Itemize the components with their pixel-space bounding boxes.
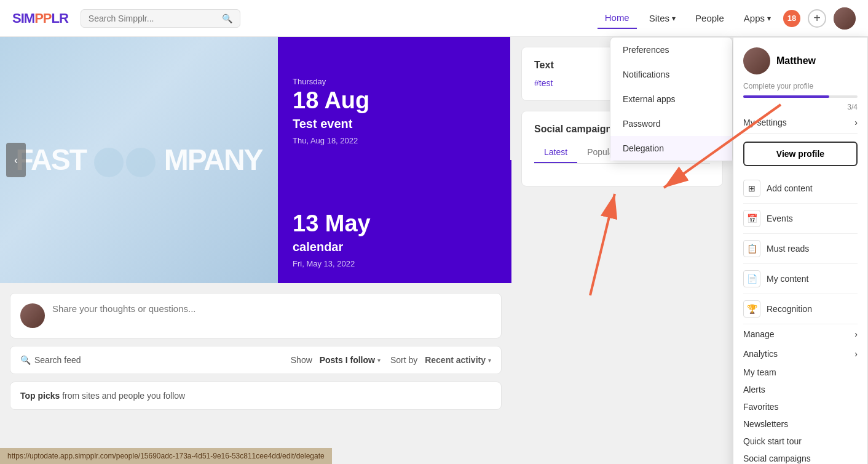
view-profile-button[interactable]: View profile xyxy=(743,142,858,166)
analytics-chevron-icon: › xyxy=(854,349,858,359)
show-label: Show xyxy=(291,355,312,365)
status-bar: https://uptodate.app.simpplr.com/people/… xyxy=(0,448,332,464)
social-campaigns-link[interactable]: Social campaigns xyxy=(743,450,858,464)
must-reads-icon: 📋 xyxy=(743,240,760,257)
feed-search[interactable]: 🔍 Search feed xyxy=(20,355,81,365)
nav-people[interactable]: People xyxy=(688,8,732,28)
profile-header: Matthew xyxy=(743,47,858,74)
profile-progress-fill xyxy=(743,95,829,98)
search-icon: 🔍 xyxy=(222,14,232,23)
status-url: https://uptodate.app.simpplr.com/people/… xyxy=(7,452,325,460)
search-feed-icon: 🔍 xyxy=(20,355,31,365)
fast-company-background: FAST MPANY xyxy=(0,37,278,283)
post-avatar xyxy=(20,303,45,328)
nav-sites[interactable]: Sites ▾ xyxy=(642,8,683,28)
add-button[interactable]: + xyxy=(808,9,826,28)
sites-chevron-icon: ▾ xyxy=(672,14,676,23)
notification-badge[interactable]: 18 xyxy=(783,10,800,27)
action-my-content[interactable]: 📄 My content xyxy=(743,264,858,294)
nav-apps[interactable]: Apps ▾ xyxy=(736,8,778,28)
search-input[interactable] xyxy=(89,14,222,23)
carousel-prev-button[interactable]: ‹ xyxy=(6,143,26,177)
event-2-date: 13 May xyxy=(293,212,497,235)
manage-link[interactable]: Manage › xyxy=(743,324,858,344)
content-carousel: FAST MPANY ‹ Fast Company | Business New… xyxy=(0,37,511,283)
post-box xyxy=(10,293,502,338)
profile-progress-label: 3/4 xyxy=(743,103,858,111)
event-1-name: Test event xyxy=(293,117,495,131)
quick-start-tour-link[interactable]: Quick start tour xyxy=(743,433,858,450)
event-2-time: Fri, May 13, 2022 xyxy=(293,259,497,268)
nav-home[interactable]: Home xyxy=(598,7,637,29)
my-settings-link[interactable]: My settings › xyxy=(743,111,858,134)
event-1-day: Thursday xyxy=(293,77,495,86)
carousel-events: Thursday 18 Aug Test event Thu, Aug 18, … xyxy=(278,37,511,283)
show-dropdown-icon: ▾ xyxy=(377,357,381,364)
feed-controls: 🔍 Search feed Show Posts I follow ▾ Sort… xyxy=(10,346,502,374)
manage-chevron-icon: › xyxy=(854,329,858,339)
profile-progress-bar xyxy=(743,95,858,98)
my-content-icon: 📄 xyxy=(743,270,760,287)
events-icon: 📅 xyxy=(743,210,760,227)
logo-text: SIMPPLR xyxy=(12,10,68,26)
feed-show-control[interactable]: Show Posts I follow ▾ xyxy=(291,355,381,365)
menu-notifications[interactable]: Notifications xyxy=(610,62,732,87)
profile-actions: ⊞ Add content 📅 Events 📋 Must reads 📄 My… xyxy=(743,174,858,324)
menu-delegation[interactable]: Delegation xyxy=(610,136,732,161)
event-1-time: Thu, Aug 18, 2022 xyxy=(293,136,495,145)
top-picks-rest: from sites and people you follow xyxy=(62,391,185,401)
sort-value: Recent activity xyxy=(425,355,486,365)
newsletters-link[interactable]: Newsletters xyxy=(743,415,858,433)
feed-sort-control[interactable]: Sort by Recent activity ▾ xyxy=(390,355,491,365)
top-picks-bold: Top picks xyxy=(20,391,60,401)
recognition-icon: 🏆 xyxy=(743,300,760,318)
analytics-link[interactable]: Analytics › xyxy=(743,344,858,364)
action-add-content[interactable]: ⊞ Add content xyxy=(743,174,858,204)
sort-label: Sort by xyxy=(390,355,417,365)
avatar-image xyxy=(834,7,856,30)
event-2-name: calendar xyxy=(293,240,497,254)
event-1-date: 18 Aug xyxy=(293,89,495,112)
profile-avatar xyxy=(743,47,770,74)
top-picks-banner: Top picks from sites and people you foll… xyxy=(10,382,502,410)
show-value: Posts I follow xyxy=(320,355,375,365)
action-must-reads[interactable]: 📋 Must reads xyxy=(743,234,858,264)
menu-preferences[interactable]: Preferences xyxy=(610,38,732,62)
menu-password[interactable]: Password xyxy=(610,111,732,136)
profile-subtitle: Complete your profile xyxy=(743,82,858,90)
add-content-icon: ⊞ xyxy=(743,180,760,197)
menu-external-apps[interactable]: External apps xyxy=(610,87,732,111)
main-content: FAST MPANY ‹ Fast Company | Business New… xyxy=(0,37,511,464)
search-bar[interactable]: 🔍 xyxy=(81,9,240,28)
carousel-main-card: FAST MPANY ‹ Fast Company | Business New… xyxy=(0,37,278,283)
event-card-2[interactable]: 13 May calendar Fri, May 13, 2022 xyxy=(278,160,511,283)
tab-latest[interactable]: Latest xyxy=(534,142,577,163)
below-carousel: 🔍 Search feed Show Posts I follow ▾ Sort… xyxy=(0,283,511,420)
profile-name: Matthew xyxy=(776,55,816,66)
nav-actions: 18 + xyxy=(783,7,856,30)
apps-dropdown-menu: Preferences Notifications External apps … xyxy=(610,37,733,161)
apps-chevron-icon: ▾ xyxy=(767,14,771,23)
fast-company-logo: FAST MPANY xyxy=(3,130,274,189)
my-team-link[interactable]: My team xyxy=(743,364,858,381)
event-card-1[interactable]: Thursday 18 Aug Test event Thu, Aug 18, … xyxy=(278,37,511,160)
post-input[interactable] xyxy=(52,303,491,314)
action-recognition[interactable]: 🏆 Recognition xyxy=(743,294,858,324)
favorites-link[interactable]: Favorites xyxy=(743,398,858,415)
app-logo[interactable]: SIMPPLR xyxy=(12,10,68,26)
alerts-link[interactable]: Alerts xyxy=(743,381,858,398)
top-navigation: SIMPPLR 🔍 Home Sites ▾ People Apps ▾ 18 … xyxy=(0,0,868,37)
nav-links: Home Sites ▾ People Apps ▾ xyxy=(598,7,778,29)
profile-panel: Matthew Complete your profile 3/4 My set… xyxy=(733,37,868,464)
search-feed-label: Search feed xyxy=(34,355,81,365)
settings-chevron-icon: › xyxy=(854,118,858,127)
user-avatar-button[interactable] xyxy=(834,7,856,30)
sort-dropdown-icon: ▾ xyxy=(488,357,491,364)
action-events[interactable]: 📅 Events xyxy=(743,204,858,234)
